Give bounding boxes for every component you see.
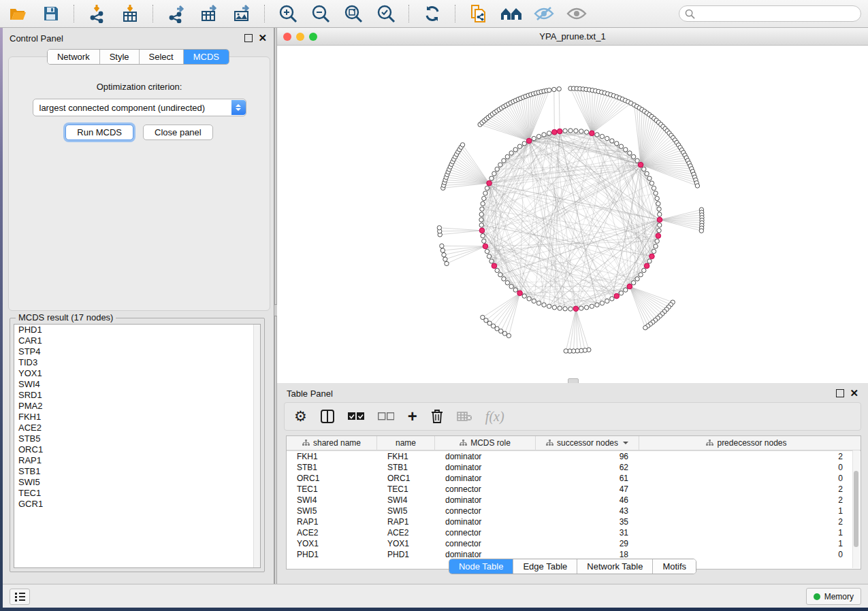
tab-edge-table[interactable]: Edge Table	[513, 559, 577, 574]
graph-node[interactable]	[642, 167, 646, 171]
tab-mcds[interactable]: MCDS	[183, 50, 229, 64]
mcds-hub-node[interactable]	[649, 254, 655, 259]
tab-style[interactable]: Style	[99, 50, 139, 64]
result-node[interactable]: FKH1	[14, 412, 260, 423]
mcds-hub-node[interactable]	[492, 263, 497, 269]
graph-node[interactable]	[699, 229, 703, 233]
graph-node[interactable]	[595, 303, 599, 307]
graph-node[interactable]	[483, 191, 487, 195]
graph-node[interactable]	[482, 196, 486, 200]
result-node[interactable]: PHD1	[14, 325, 260, 335]
graph-node[interactable]	[552, 87, 556, 91]
graph-node[interactable]	[656, 201, 660, 205]
result-node[interactable]: RAP1	[14, 455, 260, 466]
mcds-hub-node[interactable]	[573, 306, 579, 312]
graph-node[interactable]	[605, 299, 609, 303]
graph-node[interactable]	[487, 254, 491, 259]
graph-node[interactable]	[445, 261, 449, 265]
graph-node[interactable]	[579, 306, 583, 310]
network-graph[interactable]	[277, 46, 868, 384]
graph-node[interactable]	[502, 277, 506, 281]
mcds-hub-node[interactable]	[627, 284, 632, 289]
mcds-hub-node[interactable]	[517, 291, 523, 296]
graph-node[interactable]	[498, 163, 502, 167]
zoom-selected-icon[interactable]	[374, 3, 398, 24]
graph-node[interactable]	[495, 327, 499, 331]
graph-node[interactable]	[485, 186, 489, 190]
hide-selected-icon[interactable]	[532, 3, 556, 24]
import-network-icon[interactable]	[86, 3, 109, 24]
result-node[interactable]: STB5	[14, 433, 260, 444]
graph-node[interactable]	[658, 212, 662, 216]
first-neighbors-icon[interactable]	[500, 3, 523, 24]
zoom-in-icon[interactable]	[276, 3, 300, 24]
graph-node[interactable]	[481, 233, 485, 237]
graph-node[interactable]	[442, 252, 446, 257]
result-node[interactable]: ACE2	[14, 423, 260, 433]
table-row[interactable]: STB1STB1dominator620	[287, 462, 861, 473]
close-panel-icon[interactable]: ✕	[258, 35, 267, 42]
graph-node[interactable]	[579, 129, 583, 133]
graph-node[interactable]	[568, 307, 573, 311]
graph-node[interactable]	[547, 304, 551, 308]
show-all-icon[interactable]	[565, 3, 588, 24]
mcds-result-list[interactable]: PHD1CAR1STP4TID3YOX1SWI4SRD1PMA2FKH1ACE2…	[14, 324, 261, 568]
graph-node[interactable]	[642, 268, 646, 272]
graph-node[interactable]	[624, 288, 628, 292]
float-table-panel-icon[interactable]	[836, 389, 844, 397]
graph-node[interactable]	[654, 244, 658, 248]
graph-node[interactable]	[489, 259, 494, 263]
graph-node[interactable]	[489, 176, 494, 180]
table-options-gear-icon[interactable]: ⚙	[294, 410, 307, 423]
run-mcds-button[interactable]: Run MCDS	[65, 125, 133, 140]
graph-node[interactable]	[481, 315, 485, 319]
scrollbar-thumb[interactable]	[854, 471, 858, 547]
column-header-name[interactable]: name	[377, 436, 435, 450]
mcds-hub-node[interactable]	[487, 180, 492, 186]
graph-node[interactable]	[610, 139, 614, 143]
result-node[interactable]: YOX1	[14, 368, 260, 379]
graph-node[interactable]	[654, 191, 658, 195]
graph-node[interactable]	[547, 131, 551, 135]
graph-node[interactable]	[502, 159, 506, 163]
graph-node[interactable]	[619, 144, 623, 148]
graph-node[interactable]	[522, 142, 526, 146]
graph-node[interactable]	[479, 218, 483, 222]
save-session-icon[interactable]	[39, 3, 63, 24]
result-list-scrollbar[interactable]	[253, 325, 260, 567]
result-node[interactable]: PMA2	[14, 401, 260, 412]
graph-node[interactable]	[615, 142, 619, 146]
graph-node[interactable]	[652, 186, 656, 190]
graph-node[interactable]	[499, 329, 503, 333]
graph-node[interactable]	[547, 88, 551, 92]
graph-node[interactable]	[628, 151, 632, 155]
graph-node[interactable]	[536, 134, 541, 138]
graph-node[interactable]	[502, 331, 507, 335]
result-node[interactable]: ORC1	[14, 444, 260, 455]
result-node[interactable]: GCR1	[14, 499, 260, 510]
graph-node[interactable]	[557, 87, 561, 91]
criterion-dropdown[interactable]: largest connected component (undirected)	[33, 99, 246, 116]
graph-node[interactable]	[558, 306, 562, 310]
graph-node[interactable]	[495, 167, 499, 171]
table-scrollbar[interactable]	[852, 450, 860, 568]
graph-node[interactable]	[563, 129, 567, 133]
table-row[interactable]: SWI4SWI4dominator462	[287, 495, 861, 506]
graph-node[interactable]	[568, 129, 573, 133]
tab-node-table[interactable]: Node Table	[449, 559, 513, 574]
graph-node[interactable]	[440, 244, 444, 248]
refresh-view-icon[interactable]	[421, 3, 444, 24]
graph-node[interactable]	[485, 249, 489, 253]
add-column-icon[interactable]: +	[408, 410, 417, 423]
graph-node[interactable]	[498, 273, 502, 277]
result-node[interactable]: STP4	[14, 346, 260, 357]
column-header-shared-name[interactable]: shared name	[287, 436, 377, 450]
result-node[interactable]: TID3	[14, 357, 260, 368]
search-box[interactable]	[679, 5, 861, 22]
graph-node[interactable]	[509, 284, 513, 288]
show-columns-icon[interactable]	[321, 410, 334, 423]
graph-node[interactable]	[479, 223, 483, 227]
graph-node[interactable]	[624, 148, 628, 152]
network-canvas[interactable]	[277, 46, 868, 384]
graph-node[interactable]	[542, 303, 546, 307]
